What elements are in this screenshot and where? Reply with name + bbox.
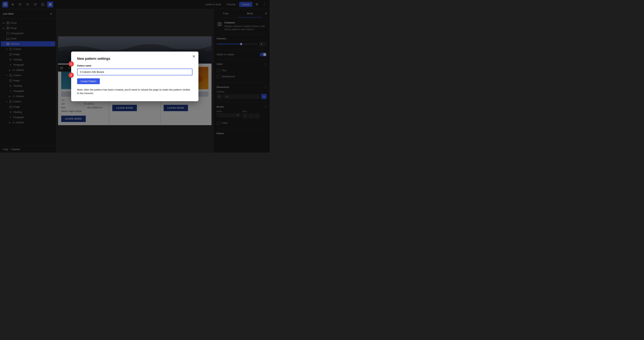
- modal-overlay: 1 2 New pattern settings ✕ Pattern name …: [0, 0, 270, 152]
- create-pattern-button[interactable]: Create Pattern: [77, 78, 100, 84]
- modal-title: New pattern settings: [77, 57, 192, 61]
- step-1-badge: 1: [68, 61, 74, 67]
- pattern-name-input[interactable]: [77, 69, 192, 75]
- new-pattern-settings-modal: 1 2 New pattern settings ✕ Pattern name …: [71, 52, 198, 101]
- modal-close-button[interactable]: ✕: [192, 55, 196, 58]
- modal-note: Note: after the pattern has been created…: [77, 88, 192, 95]
- pattern-name-label: Pattern name: [77, 65, 192, 67]
- step-2-badge: 2: [68, 73, 74, 78]
